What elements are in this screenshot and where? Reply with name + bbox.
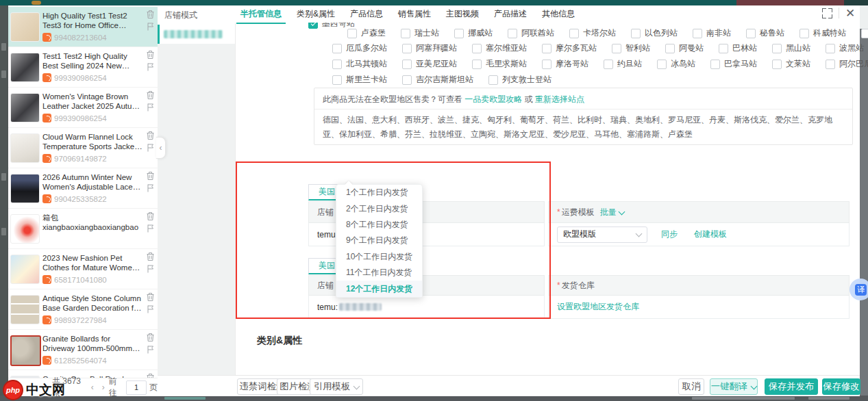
checkbox-icon[interactable] xyxy=(719,44,728,53)
delete-icon[interactable] xyxy=(147,51,154,59)
site-checkbox-item[interactable]: 黑山站 xyxy=(772,42,810,54)
eu-strategy-link[interactable]: 一品卖欧盟攻略 xyxy=(464,94,522,104)
checkbox-icon[interactable] xyxy=(508,29,517,38)
delete-icon[interactable] xyxy=(147,333,154,341)
flag-icon[interactable] xyxy=(147,63,154,71)
checkbox-icon[interactable] xyxy=(472,60,482,69)
prev-page-arrow[interactable]: ‹ xyxy=(87,383,98,392)
checkbox-icon[interactable] xyxy=(746,29,756,38)
tab-5[interactable]: 主图视频 xyxy=(446,5,479,23)
dropdown-option[interactable]: 8个工作日内发货 xyxy=(336,217,422,233)
site-checkbox-item[interactable]: 巴林站 xyxy=(719,42,757,54)
product-card[interactable]: 箱包xiangbaoxiangbaoxiangbao xyxy=(8,209,158,249)
checkbox-icon[interactable] xyxy=(332,75,342,85)
checkbox-icon[interactable] xyxy=(772,60,782,69)
sidebar-collapse-handle[interactable]: ‹ xyxy=(156,137,166,159)
flag-icon[interactable] xyxy=(147,265,154,273)
checkbox-icon[interactable] xyxy=(693,29,702,38)
product-card[interactable]: 2023 New Fashion Pet Clothes for Mature … xyxy=(8,249,158,289)
site-checkbox-item[interactable]: 瑞士站 xyxy=(401,27,439,39)
site-checkbox-item[interactable]: 卢森堡 xyxy=(347,27,386,39)
flag-icon[interactable] xyxy=(147,224,154,233)
checkbox-icon[interactable] xyxy=(488,75,498,85)
site-checkbox-item[interactable]: 秘鲁站 xyxy=(746,27,784,39)
site-checkbox-item[interactable]: 毛里求斯站 xyxy=(472,58,527,70)
flag-icon[interactable] xyxy=(147,346,154,354)
checkbox-icon[interactable] xyxy=(861,29,868,38)
site-checkbox-item[interactable]: 科威特站 xyxy=(799,27,846,39)
delete-icon[interactable] xyxy=(147,212,154,220)
tab-1[interactable]: 半托管信息 xyxy=(240,5,282,23)
checkbox-icon[interactable] xyxy=(657,60,667,69)
browser-translate-bubble[interactable]: 译 xyxy=(850,279,868,300)
site-checkbox-item[interactable]: 亚美尼亚站 xyxy=(402,58,457,70)
tab-7[interactable]: 其他信息 xyxy=(542,5,575,23)
product-card[interactable]: High Quality Test1 Test2 Test3 for Home … xyxy=(8,7,158,47)
site-checkbox-item[interactable]: 吉尔吉斯斯坦站 xyxy=(402,74,473,86)
flag-icon[interactable] xyxy=(147,184,154,192)
site-checkbox-item[interactable]: 挪威站 xyxy=(454,27,493,39)
checkbox-icon[interactable] xyxy=(402,44,412,53)
checkbox-icon[interactable] xyxy=(454,29,464,38)
set-eu-warehouse-link[interactable]: 设置欧盟地区发货仓库 xyxy=(557,301,639,313)
quote-template-button[interactable]: 引用模板 xyxy=(310,378,363,395)
site-checkbox-item[interactable]: 巴拿马站 xyxy=(710,58,757,70)
site-checkbox-item[interactable]: 摩尔多瓦站 xyxy=(542,42,597,54)
site-checkbox-item[interactable]: 阿联酋站 xyxy=(508,27,554,39)
delete-icon[interactable] xyxy=(147,293,154,301)
site-checkbox-item[interactable]: 约旦站 xyxy=(604,58,642,70)
site-checkbox-item[interactable]: 格鲁吉亚站 xyxy=(861,27,868,39)
site-checkbox-item[interactable]: 卡塔尔站 xyxy=(569,27,616,39)
site-checkbox-item[interactable]: 摩洛哥站 xyxy=(542,58,588,70)
checkbox-icon[interactable] xyxy=(710,60,720,69)
site-checkbox-item[interactable]: 塞尔维亚站 xyxy=(472,42,527,54)
dropdown-option[interactable]: 10个工作日内发货 xyxy=(336,249,422,265)
batch-link[interactable]: 批量 xyxy=(600,207,624,218)
delete-icon[interactable] xyxy=(147,131,154,140)
dropdown-option[interactable]: 11个工作日内发货 xyxy=(336,265,422,281)
checkbox-icon[interactable] xyxy=(332,44,342,53)
dropdown-option[interactable]: 2个工作日内发货 xyxy=(336,200,422,216)
checkbox-icon[interactable] xyxy=(799,29,809,38)
flag-icon[interactable] xyxy=(147,305,154,313)
checkbox-icon[interactable] xyxy=(332,60,342,69)
product-card[interactable]: Women's Vintage Brown Leather Jacket 202… xyxy=(8,88,158,128)
site-checkbox-item[interactable]: 波黑站 xyxy=(826,42,864,54)
tab-3[interactable]: 产品信息 xyxy=(350,5,383,23)
checkbox-icon[interactable] xyxy=(612,44,621,53)
save-publish-button[interactable]: 保存并发布 xyxy=(765,378,818,395)
create-template-link[interactable]: 创建模板 xyxy=(694,229,727,240)
dropdown-option[interactable]: 1个工作日内发货 xyxy=(336,185,422,200)
dropdown-option[interactable]: 12个工作日内发货 xyxy=(336,281,422,296)
checkbox-icon[interactable] xyxy=(826,44,835,53)
dropdown-option[interactable]: 9个工作日内发货 xyxy=(336,233,422,248)
tab-2[interactable]: 类别&属性 xyxy=(297,5,335,23)
translate-button[interactable]: 一键翻译 xyxy=(710,378,758,395)
checkbox-icon[interactable] xyxy=(542,60,551,69)
site-checkbox-item[interactable]: 阿尔巴尼亚站 xyxy=(826,58,868,70)
site-checkbox-item[interactable]: 南非站 xyxy=(693,27,731,39)
product-card[interactable]: Test1 Test2 High Quality Best Selling 20… xyxy=(8,47,158,88)
next-page-arrow[interactable]: › xyxy=(98,383,109,392)
site-checkbox-item[interactable]: 智利站 xyxy=(612,42,650,54)
checkbox-icon[interactable] xyxy=(542,44,551,53)
cancel-button[interactable]: 取消 xyxy=(678,378,704,395)
checkbox-icon[interactable] xyxy=(665,44,675,53)
site-checkbox-item[interactable]: 北马其顿站 xyxy=(332,58,387,70)
shop-item-selected[interactable] xyxy=(158,25,235,44)
delete-icon[interactable] xyxy=(147,253,154,261)
delete-icon[interactable] xyxy=(147,91,154,99)
checkbox-icon[interactable] xyxy=(401,29,410,38)
site-checkbox-item[interactable]: 列支敦士登站 xyxy=(488,74,551,86)
flag-icon[interactable] xyxy=(147,103,154,112)
checkbox-icon[interactable] xyxy=(347,29,357,38)
checkbox-icon[interactable] xyxy=(631,29,641,38)
site-checkbox-item[interactable]: 阿曼站 xyxy=(665,42,704,54)
site-checkbox-item[interactable]: 以色列站 xyxy=(631,27,678,39)
tab-6[interactable]: 产品描述 xyxy=(494,5,527,23)
site-checkbox-item[interactable]: 冰岛站 xyxy=(657,58,695,70)
product-card[interactable]: Antique Style Stone Column Base Garden D… xyxy=(8,289,158,330)
site-checkbox-item[interactable]: 厄瓜多尔站 xyxy=(332,42,387,54)
product-card[interactable]: Granite Bollards for Driveway 100mm-500m… xyxy=(8,330,158,370)
fullscreen-icon[interactable] xyxy=(822,8,832,18)
